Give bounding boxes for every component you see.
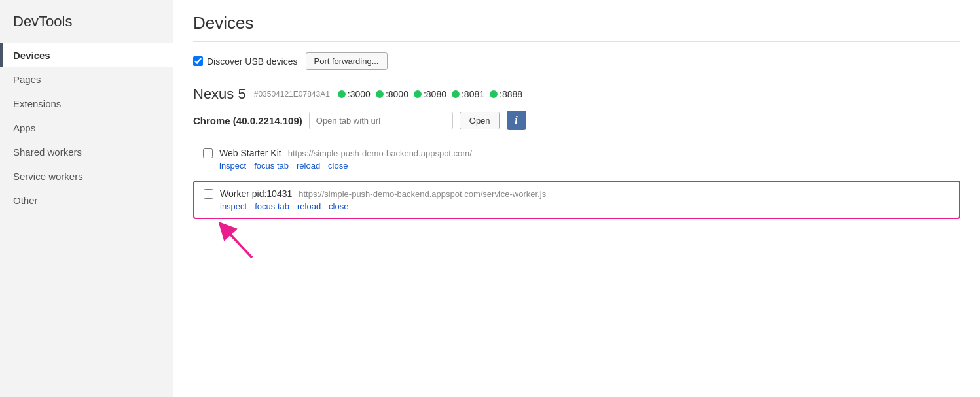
port-dots: :3000 :8000 :8080 :8081 :8888 bbox=[338, 89, 522, 99]
tab-title-web-starter-kit: Web Starter Kit bbox=[219, 148, 281, 158]
tab-actions-worker: inspect focus tab reload close bbox=[204, 201, 950, 211]
focus-tab-link-web-starter-kit[interactable]: focus tab bbox=[254, 161, 289, 171]
sidebar-item-extensions[interactable]: Extensions bbox=[0, 92, 173, 116]
open-tab-button[interactable]: Open bbox=[460, 112, 500, 129]
tab-url-worker: https://simple-push-demo-backend.appspot… bbox=[299, 189, 546, 199]
tab-title-worker: Worker pid:10431 bbox=[220, 188, 292, 199]
discover-usb-checkbox-label[interactable]: Discover USB devices bbox=[193, 56, 298, 67]
device-id: #03504121E07843A1 bbox=[254, 90, 330, 99]
tab-actions-web-starter-kit: inspect focus tab reload close bbox=[203, 161, 951, 171]
info-icon[interactable]: i bbox=[507, 111, 526, 130]
green-dot-8081 bbox=[452, 90, 460, 98]
tab-checkbox-web-starter-kit[interactable] bbox=[203, 148, 213, 158]
sidebar-item-apps[interactable]: Apps bbox=[0, 116, 173, 140]
port-8081: :8081 bbox=[452, 89, 484, 99]
tab-item-worker-row: Worker pid:10431 https://simple-push-dem… bbox=[204, 188, 950, 199]
close-link-web-starter-kit[interactable]: close bbox=[328, 161, 348, 171]
chrome-label: Chrome (40.0.2214.109) bbox=[193, 115, 302, 126]
green-dot-8080 bbox=[414, 90, 422, 98]
green-dot-8888 bbox=[490, 90, 498, 98]
arrow-container bbox=[193, 222, 960, 261]
page-title: Devices bbox=[193, 13, 960, 42]
focus-tab-link-worker[interactable]: focus tab bbox=[255, 201, 289, 211]
device-header: Nexus 5 #03504121E07843A1 :3000 :8000 :8… bbox=[193, 86, 960, 103]
device-name: Nexus 5 bbox=[193, 86, 246, 103]
port-forwarding-button[interactable]: Port forwarding... bbox=[306, 52, 388, 70]
port-8000: :8000 bbox=[376, 89, 408, 99]
sidebar-title: DevTools bbox=[0, 13, 173, 43]
discover-usb-checkbox[interactable] bbox=[193, 56, 203, 66]
chrome-row: Chrome (40.0.2214.109) Open i bbox=[193, 111, 960, 130]
sidebar-item-pages[interactable]: Pages bbox=[0, 67, 173, 92]
port-3000: :3000 bbox=[338, 89, 371, 99]
reload-link-web-starter-kit[interactable]: reload bbox=[297, 161, 320, 171]
sidebar-item-devices[interactable]: Devices bbox=[0, 43, 173, 67]
reload-link-worker[interactable]: reload bbox=[297, 201, 321, 211]
green-dot-8000 bbox=[376, 90, 384, 98]
green-dot-3000 bbox=[338, 90, 346, 98]
inspect-link-worker[interactable]: inspect bbox=[220, 201, 247, 211]
inspect-link-web-starter-kit[interactable]: inspect bbox=[219, 161, 246, 171]
port-8080: :8080 bbox=[414, 89, 446, 99]
sidebar-item-other[interactable]: Other bbox=[0, 188, 173, 213]
sidebar-item-service-workers[interactable]: Service workers bbox=[0, 164, 173, 188]
tab-url-web-starter-kit: https://simple-push-demo-backend.appspot… bbox=[288, 148, 472, 158]
tab-item-web-starter-kit: Web Starter Kit https://simple-push-demo… bbox=[193, 141, 960, 178]
sidebar-item-shared-workers[interactable]: Shared workers bbox=[0, 140, 173, 164]
annotation-arrow bbox=[213, 222, 265, 261]
tab-item-worker: Worker pid:10431 https://simple-push-dem… bbox=[193, 181, 960, 219]
toolbar: Discover USB devices Port forwarding... bbox=[193, 52, 960, 70]
main-content: Devices Discover USB devices Port forwar… bbox=[173, 0, 980, 397]
tab-checkbox-worker[interactable] bbox=[204, 189, 213, 199]
close-link-worker[interactable]: close bbox=[329, 201, 348, 211]
sidebar: DevTools Devices Pages Extensions Apps S… bbox=[0, 0, 173, 397]
tab-item-row: Web Starter Kit https://simple-push-demo… bbox=[203, 148, 951, 158]
svg-line-0 bbox=[225, 228, 252, 258]
port-8888: :8888 bbox=[490, 89, 522, 99]
open-tab-url-input[interactable] bbox=[309, 112, 453, 129]
